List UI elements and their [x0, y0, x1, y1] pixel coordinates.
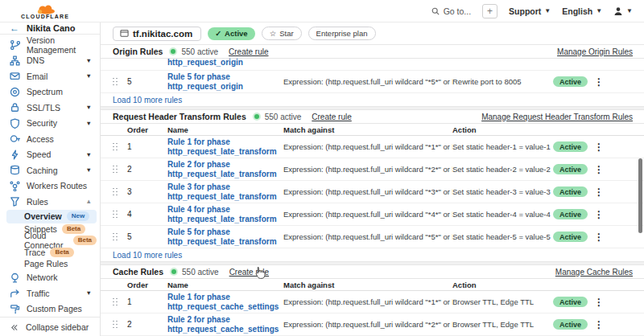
rule-name-link[interactable]: Rule 5 for phasehttp_request_late_transf… — [167, 227, 283, 247]
sidebar-item-cloud-connector[interactable]: Cloud ConnectorBeta — [6, 235, 97, 247]
sidebar-item-traffic[interactable]: Traffic▼ — [0, 285, 100, 301]
rule-name-link[interactable]: http_request_origin — [167, 59, 243, 68]
sidebar-item-ssl-tls[interactable]: SSL/TLS▼ — [0, 100, 100, 116]
sidebar-item-email[interactable]: Email▼ — [0, 68, 100, 84]
load-more-rules-link[interactable]: Load 10 more rules — [101, 93, 644, 106]
sidebar-item-security[interactable]: Security▼ — [0, 116, 100, 132]
drag-handle-icon[interactable] — [113, 166, 118, 174]
rule-name-link[interactable]: Rule 3 for phasehttp_request_late_transf… — [167, 182, 283, 202]
table-row: 5Rule 5 for phasehttp_request_originExpr… — [101, 71, 644, 93]
sidebar-item-version-management[interactable]: Version Management — [0, 37, 100, 53]
security-icon — [10, 118, 20, 129]
drag-handle-icon[interactable] — [113, 211, 118, 219]
load-more-rules-link[interactable]: Load 10 more rules — [101, 248, 644, 261]
sidebar-item-page-rules[interactable]: Page Rules — [6, 258, 97, 270]
star-icon: ☆ — [270, 29, 277, 38]
access-icon — [10, 133, 20, 144]
manage-rules-link[interactable]: Manage Origin Rules — [557, 47, 633, 56]
create-rule-link[interactable]: Create rule — [229, 47, 268, 56]
drag-handle-icon[interactable] — [113, 321, 118, 329]
sidebar-item-spectrum[interactable]: Spectrum — [0, 84, 100, 100]
drag-handle-icon[interactable] — [113, 188, 118, 196]
custom-pages-icon — [10, 304, 20, 314]
sidebar-item-label: Speed — [27, 150, 51, 159]
kebab-menu-icon[interactable]: ⋮ — [594, 209, 604, 220]
table-row: 1Rule 1 for phasehttp_request_late_trans… — [101, 136, 644, 158]
kebab-menu-icon[interactable]: ⋮ — [594, 232, 604, 243]
rule-status-badge: Active — [553, 209, 588, 219]
rule-name-link[interactable]: Rule 2 for phasehttp_request_late_transf… — [167, 160, 283, 179]
user-icon — [613, 6, 623, 16]
language-menu[interactable]: English ▼ — [562, 6, 602, 16]
chevron-down-icon: ▼ — [544, 7, 551, 14]
traffic-icon — [10, 288, 20, 298]
rule-order: 5 — [127, 232, 167, 241]
column-header-order: Order — [127, 281, 167, 289]
sidebar-item-speed[interactable]: Speed▼ — [0, 147, 100, 163]
kebab-menu-icon[interactable]: ⋮ — [594, 141, 604, 153]
column-header-name: Name — [167, 281, 283, 289]
scrollbar-thumb[interactable] — [638, 158, 642, 233]
sidebar-item-dns[interactable]: DNS▼ — [0, 53, 100, 69]
table-row-partial[interactable]: http_request_origin — [101, 59, 644, 71]
rule-status-badge: Active — [553, 232, 588, 242]
sidebar-item-access[interactable]: Access — [0, 131, 100, 147]
star-button[interactable]: ☆ Star — [262, 27, 302, 40]
account-menu[interactable]: ▼ — [613, 6, 633, 16]
go-to-label: Go to... — [444, 6, 471, 16]
create-rule-link[interactable]: Create rule — [229, 268, 269, 277]
kebab-menu-icon[interactable]: ⋮ — [594, 319, 604, 330]
sidebar-item-label: Email — [27, 72, 47, 81]
manage-rules-link[interactable]: Manage Request Header Transform Rules — [481, 113, 633, 121]
active-status-dot — [171, 269, 176, 274]
back-arrow-icon[interactable]: ← — [10, 23, 19, 34]
zone-selector[interactable]: tf.nikitac.com — [113, 27, 201, 41]
sidebar-item-custom-pages[interactable]: Custom Pages — [0, 301, 100, 318]
column-header-action: Action — [452, 281, 553, 289]
sidebar-subitem-label: Page Rules — [24, 259, 68, 268]
sidebar-item-caching[interactable]: Caching▼ — [0, 162, 100, 178]
kebab-menu-icon[interactable]: ⋮ — [594, 186, 604, 198]
sidebar-item-label: Version Management — [27, 35, 92, 55]
caching-icon — [10, 165, 20, 175]
active-status-dot — [254, 114, 259, 119]
chevron-down-icon: ▼ — [86, 120, 92, 127]
manage-rules-link[interactable]: Manage Cache Rules — [555, 268, 633, 277]
rule-match-expression: Expression: (http.request.full_uri wildc… — [283, 142, 452, 151]
drag-handle-icon[interactable] — [113, 143, 118, 151]
cloudflare-logo[interactable]: CLOUDFLARE — [21, 4, 69, 19]
drag-handle-icon[interactable] — [113, 233, 118, 241]
sidebar-item-trace[interactable]: TraceBeta — [6, 247, 97, 259]
rule-name-link[interactable]: Rule 1 for phasehttp_request_cache_setti… — [167, 293, 283, 312]
rule-name-link[interactable]: Rule 5 for phasehttp_request_origin — [167, 72, 283, 92]
new-badge: New — [67, 211, 89, 221]
check-icon: ✓ — [215, 29, 221, 38]
table-row: 4Rule 4 for phasehttp_request_late_trans… — [101, 203, 644, 226]
sidebar-item-network[interactable]: Network — [0, 270, 100, 286]
support-menu[interactable]: Support ▼ — [509, 6, 551, 16]
chevron-down-icon: ▼ — [626, 7, 633, 14]
account-back-row[interactable]: ← Nikita Cano — [0, 23, 100, 35]
spectrum-icon — [10, 87, 20, 97]
rule-name-link[interactable]: Rule 2 for phasehttp_request_cache_setti… — [167, 315, 283, 334]
sidebar-item-rules[interactable]: Rules▲ — [0, 194, 100, 210]
rule-name-link[interactable]: Rule 4 for phasehttp_request_late_transf… — [167, 205, 283, 224]
drag-handle-icon[interactable] — [113, 298, 118, 306]
sidebar-item-workers-routes[interactable]: Workers Routes — [0, 178, 100, 195]
active-status-dot — [171, 49, 175, 54]
create-rule-link[interactable]: Create rule — [312, 113, 351, 121]
add-site-button[interactable]: + — [482, 4, 497, 18]
rule-name-link[interactable]: Rule 1 for phasehttp_request_late_transf… — [167, 137, 283, 157]
go-to-search[interactable]: Go to... — [431, 6, 471, 16]
kebab-menu-icon[interactable]: ⋮ — [594, 297, 604, 308]
workers-routes-icon — [10, 181, 20, 191]
email-icon — [10, 71, 20, 81]
collapse-sidebar-button[interactable]: Collapse sidebar — [0, 318, 100, 336]
column-header-action: Action — [452, 125, 553, 134]
kebab-menu-icon[interactable]: ⋮ — [594, 76, 604, 88]
kebab-menu-icon[interactable]: ⋮ — [594, 164, 604, 175]
rule-status-badge: Active — [553, 319, 588, 330]
sidebar-item-overview[interactable]: OverviewNew — [6, 210, 97, 223]
beta-badge: Beta — [50, 248, 73, 257]
drag-handle-icon[interactable] — [113, 78, 118, 86]
